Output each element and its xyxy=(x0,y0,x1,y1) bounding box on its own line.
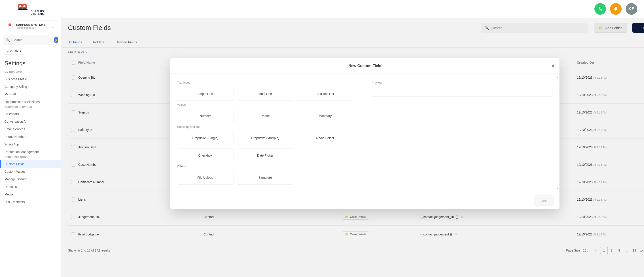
profile-button[interactable]: KS xyxy=(626,3,637,15)
sidebar-item[interactable]: Custom Fields xyxy=(0,160,61,168)
field-type-option[interactable]: Multi Line xyxy=(237,87,294,101)
bell-icon xyxy=(613,6,618,11)
search-icon: 🔍 xyxy=(6,38,10,42)
main: Custom Fields 🔍 📁 Add Folder ＋ Add Field… xyxy=(61,18,644,277)
triangle-down-icon: ▼ xyxy=(556,187,558,190)
field-type-panel: Text InputSingle LineMulti LineText Box … xyxy=(170,74,365,192)
field-type-option[interactable]: Number xyxy=(177,109,234,123)
type-grid: Dropdown (Single)Dropdown (Multiple)Radi… xyxy=(177,131,358,162)
sidebar-item[interactable]: Manage Scoring xyxy=(0,175,61,183)
type-grid: NumberPhoneMonetary xyxy=(177,109,358,123)
type-group-label: Choosing Options xyxy=(177,125,358,128)
type-grid: File UploadSignature xyxy=(177,171,358,185)
sidebar-item[interactable]: Company Billing xyxy=(0,83,61,90)
sidebar-item[interactable]: Custom Values xyxy=(0,168,61,175)
sidebar-item[interactable]: Opportunities & Pipelines xyxy=(0,98,61,106)
triangle-up-icon: ▲ xyxy=(556,76,558,78)
notifications-button[interactable] xyxy=(610,3,622,15)
type-group-label: Text Input xyxy=(177,81,358,84)
go-back-label: Go Back xyxy=(10,50,22,53)
location-sub: Bloomington, MN xyxy=(16,26,48,29)
sidebar-search-input[interactable] xyxy=(12,38,52,42)
field-type-option[interactable]: Radio Select xyxy=(297,131,353,145)
lightning-icon: ⚡ xyxy=(54,38,58,42)
avatar-initials: KS xyxy=(628,6,634,11)
sidebar-nav: MY BUSINESSBusiness ProfileCompany Billi… xyxy=(0,71,61,206)
topbar: SURPLUS SYSTEMS KS xyxy=(0,0,644,18)
field-type-option[interactable]: Dropdown (Multiple) xyxy=(237,131,294,145)
field-type-option[interactable]: Text Box List xyxy=(297,87,353,101)
sidebar-item[interactable]: WhatsApp xyxy=(0,141,61,148)
field-type-option[interactable]: Dropdown (Single) xyxy=(177,131,234,145)
brand-name-2: SYSTEMS xyxy=(31,12,44,15)
field-type-option[interactable]: Phone xyxy=(237,109,294,123)
type-group-label: Others xyxy=(177,165,358,168)
preview-panel: Preview ▲ ▼ xyxy=(365,74,560,192)
field-type-option[interactable]: Checkbox xyxy=(177,149,234,162)
quick-action-button[interactable]: ⚡ xyxy=(54,37,58,43)
settings-title: Settings xyxy=(0,60,61,71)
logo: SURPLUS SYSTEMS xyxy=(0,0,61,18)
sidebar-item[interactable]: Media xyxy=(0,191,61,198)
brand-logo-icon: SURPLUS SYSTEMS xyxy=(13,2,48,16)
field-type-option[interactable]: File Upload xyxy=(177,171,234,185)
field-type-option[interactable]: Date Picker xyxy=(237,149,294,162)
new-field-modal: New Custom Field × Text InputSingle Line… xyxy=(170,58,560,209)
map-pin-icon: 📍 xyxy=(6,23,13,29)
chevron-down-icon: ⌄ xyxy=(51,24,54,29)
next-label: Next xyxy=(541,199,548,203)
modal-title: New Custom Field xyxy=(348,64,381,68)
arrow-left-icon: ← xyxy=(6,50,9,53)
location-name: SURPLUS SYSTEMS… xyxy=(16,23,48,26)
go-back-button[interactable]: ← Go Back xyxy=(3,48,24,54)
field-type-option[interactable]: Monetary xyxy=(297,109,353,123)
modal-scrim[interactable]: New Custom Field × Text InputSingle Line… xyxy=(61,18,644,277)
sidebar-item[interactable]: Email Services xyxy=(0,125,61,133)
call-button[interactable] xyxy=(594,3,606,15)
sidebar-search[interactable]: 🔍 ⚡ xyxy=(3,35,58,45)
type-group-label: Values xyxy=(177,103,358,106)
next-button[interactable]: Next xyxy=(534,196,554,206)
svg-point-3 xyxy=(23,5,26,7)
svg-point-2 xyxy=(19,5,22,7)
field-type-option[interactable]: Signature xyxy=(237,171,294,185)
close-icon[interactable]: × xyxy=(551,62,554,69)
sidebar-item[interactable]: My Staff xyxy=(0,90,61,98)
sidebar-item[interactable]: Reputation Management xyxy=(0,148,61,156)
preview-box xyxy=(372,87,553,97)
preview-label: Preview xyxy=(372,81,553,84)
svg-rect-4 xyxy=(18,8,28,10)
field-type-option[interactable]: Single Line xyxy=(177,87,234,101)
section-header: MY BUSINESS xyxy=(0,71,61,75)
sidebar-item[interactable]: Domains xyxy=(0,183,61,191)
sidebar-item[interactable]: Phone Numbers xyxy=(0,133,61,141)
sidebar-item[interactable]: Business Profile xyxy=(0,75,61,83)
sidebar-item[interactable]: Calendars xyxy=(0,110,61,118)
sidebar-item[interactable]: Conversation AI xyxy=(0,118,61,125)
location-switcher[interactable]: 📍 SURPLUS SYSTEMS… Bloomington, MN ⌄ xyxy=(3,20,58,32)
section-header: OTHER SETTINGS xyxy=(0,156,61,160)
sidebar-item[interactable]: URL Redirects xyxy=(0,198,61,206)
modal-scrollbar[interactable]: ▲ ▼ xyxy=(556,76,558,190)
sidebar: 📍 SURPLUS SYSTEMS… Bloomington, MN ⌄ 🔍 ⚡… xyxy=(0,18,61,277)
brand-name: SURPLUS xyxy=(31,10,44,12)
phone-icon xyxy=(598,6,603,11)
section-header: BUSINESS SERVICES xyxy=(0,106,61,110)
type-grid: Single LineMulti LineText Box List xyxy=(177,87,358,101)
topbar-actions: KS xyxy=(594,3,637,15)
